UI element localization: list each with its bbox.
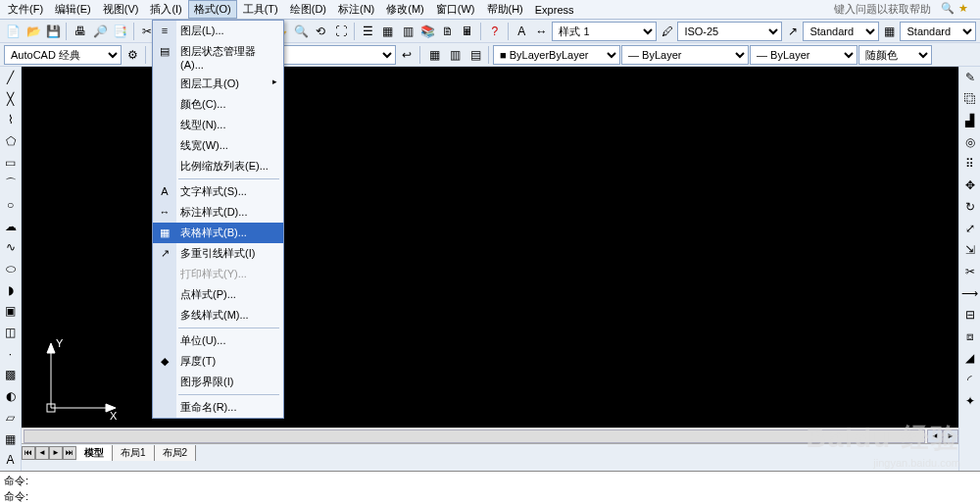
standard2-select[interactable]: Standard [900,22,976,41]
scale-icon[interactable]: ⤢ [960,219,980,238]
dd-item-20[interactable]: 重命名(R)... [153,397,283,418]
array-icon[interactable]: ⠿ [960,154,980,174]
scroll-left-icon[interactable]: ◄ [927,429,943,443]
explode-icon[interactable]: ✦ [960,391,980,411]
menu-insert[interactable]: 插入(I) [144,0,187,19]
table-style-icon[interactable]: ▦ [880,22,899,41]
zoom-window-icon[interactable]: ⛶ [331,22,350,41]
layer-tool1-icon[interactable]: ▦ [424,45,444,65]
tab-next-icon[interactable]: ► [49,446,63,460]
calc-icon[interactable]: 🖩 [459,22,477,41]
zoom-icon[interactable]: 🔍 [291,22,310,41]
tool-palette-icon[interactable]: ▥ [398,22,416,41]
dd-item-6[interactable]: 比例缩放列表(E)... [153,156,283,176]
move-icon[interactable]: ✥ [960,176,980,195]
trim-icon[interactable]: ✂ [960,262,980,281]
dd-item-11[interactable]: ↗多重引线样式(I) [153,243,283,264]
dd-item-10[interactable]: ▦表格样式(B)... [153,223,283,243]
line-icon[interactable]: ╱ [1,68,21,87]
plotstyle-select[interactable]: 随颜色 [858,45,932,65]
dimstyle-icon[interactable]: ↔ [532,22,551,41]
print-icon[interactable]: 🖶 [71,22,89,41]
workspace-select[interactable]: AutoCAD 经典 [4,45,122,65]
pline-icon[interactable]: ⌇ [1,110,21,129]
cmd-line-2[interactable]: 命令: [4,489,976,504]
erase-icon[interactable]: ✎ [960,68,980,87]
scrollbar-h[interactable]: ◄ ► [22,428,958,443]
menu-window[interactable]: 窗口(W) [430,0,481,19]
markup-icon[interactable]: 🗎 [438,22,457,41]
offset-icon[interactable]: ◎ [960,132,980,152]
search-icon[interactable]: 🔍 [941,2,956,18]
dd-item-8[interactable]: A文字样式(S)... [153,181,283,202]
dd-item-18[interactable]: 图形界限(I) [153,372,283,392]
dd-item-13[interactable]: 点样式(P)... [153,284,283,305]
stretch-icon[interactable]: ⇲ [960,240,980,260]
dd-item-16[interactable]: 单位(U)... [153,330,283,351]
layer-prev-icon[interactable]: ↩ [397,45,416,65]
mirror-icon[interactable]: ▟ [960,111,980,130]
leader-icon[interactable]: ↗ [783,22,802,41]
chamfer-icon[interactable]: ◢ [960,348,980,368]
help-icon[interactable]: ? [485,22,504,41]
command-area[interactable]: 命令: 命令: [0,471,980,504]
hatch-icon[interactable]: ▩ [1,366,21,385]
textstyle-icon[interactable]: A [512,22,530,41]
tab-model[interactable]: 模型 [76,445,113,461]
color-select[interactable]: ■ ByLayerByLayer [493,45,620,65]
iso-select[interactable]: ISO-25 [677,22,782,41]
copy2-icon[interactable]: ⿻ [960,89,980,109]
mtext-icon[interactable]: A [1,450,21,470]
standard1-select[interactable]: Standard [803,22,879,41]
tab-layout2[interactable]: 布局2 [155,445,197,461]
menu-file[interactable]: 文件(F) [2,0,49,19]
tab-prev-icon[interactable]: ◄ [35,446,49,460]
rotate-icon[interactable]: ↻ [960,197,980,217]
revcloud-icon[interactable]: ☁ [1,217,21,236]
dd-item-17[interactable]: ◆厚度(T) [153,351,283,372]
xline-icon[interactable]: ╳ [1,89,21,109]
dd-item-4[interactable]: 线型(N)... [153,115,283,135]
open-icon[interactable]: 📂 [24,22,42,41]
linetype-select[interactable]: — ByLayer [621,45,749,65]
tab-layout1[interactable]: 布局1 [113,445,155,461]
dd-item-14[interactable]: 多线样式(M)... [153,305,283,326]
brush-icon[interactable]: 🖊 [658,22,676,41]
region-icon[interactable]: ▱ [1,408,21,428]
menu-dimension[interactable]: 标注(N) [332,0,380,19]
menu-tools[interactable]: 工具(T) [237,0,284,19]
point-icon[interactable]: · [1,344,21,364]
save-icon[interactable]: 💾 [44,22,63,41]
style-select[interactable]: 样式 1 [552,22,657,41]
lineweight-select[interactable]: — ByLayer [750,45,858,65]
menu-help[interactable]: 帮助(H) [481,0,529,19]
gear-icon[interactable]: ⚙ [122,45,142,65]
block-icon[interactable]: ◫ [1,323,21,342]
publish-icon[interactable]: 📑 [111,22,129,41]
menu-draw[interactable]: 绘图(D) [284,0,332,19]
new-icon[interactable]: 📄 [4,22,23,41]
dd-item-9[interactable]: ↔标注样式(D)... [153,202,283,223]
menu-view[interactable]: 视图(V) [97,0,145,19]
join-icon[interactable]: ⧈ [960,327,980,346]
table-icon[interactable]: ▦ [1,429,21,449]
arc-icon[interactable]: ⌒ [1,174,21,193]
design-center-icon[interactable]: ▦ [378,22,397,41]
help-hint[interactable]: 键入问题以获取帮助 [828,0,937,19]
dd-item-5[interactable]: 线宽(W)... [153,135,283,156]
ellipse-icon[interactable]: ⬭ [1,259,21,278]
fillet-icon[interactable]: ◜ [960,370,980,389]
scroll-right-icon[interactable]: ► [943,429,958,443]
layer-tool3-icon[interactable]: ▤ [466,45,485,65]
properties-icon[interactable]: ☰ [359,22,377,41]
sheet-set-icon[interactable]: 📚 [418,22,437,41]
break-icon[interactable]: ⊟ [960,305,980,325]
insert-icon[interactable]: ▣ [1,302,21,322]
gradient-icon[interactable]: ◐ [1,386,21,406]
dd-item-2[interactable]: 图层工具(O) [153,74,283,94]
ellipsearc-icon[interactable]: ◗ [1,280,21,300]
circle-icon[interactable]: ○ [1,195,21,215]
menu-modify[interactable]: 修改(M) [380,0,430,19]
zoom-prev-icon[interactable]: ⟲ [312,22,330,41]
preview-icon[interactable]: 🔎 [91,22,110,41]
